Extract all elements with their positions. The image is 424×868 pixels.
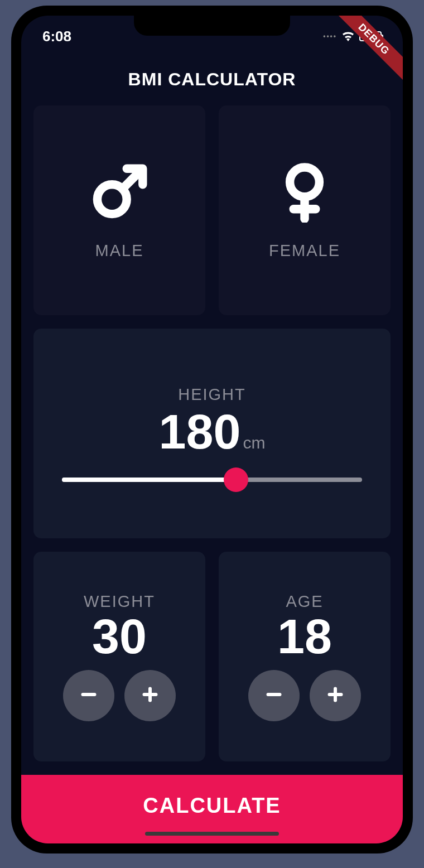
weight-buttons — [63, 670, 176, 721]
height-value-row: 180 cm — [159, 407, 266, 456]
weight-label: WEIGHT — [84, 592, 155, 611]
minus-icon — [264, 680, 284, 711]
status-right: •••• — [323, 28, 382, 45]
slider-fill — [62, 478, 236, 482]
height-slider[interactable] — [62, 478, 362, 482]
age-value: 18 — [277, 612, 332, 661]
gender-row: MALE FEMALE — [33, 105, 391, 315]
home-indicator[interactable] — [145, 832, 279, 836]
plus-icon — [325, 680, 345, 711]
gender-male-card[interactable]: MALE — [33, 105, 205, 315]
battery-icon — [359, 31, 382, 41]
weight-card: WEIGHT 30 — [33, 552, 205, 761]
gender-male-label: MALE — [95, 242, 144, 260]
page-title: BMI CALCULATOR — [21, 49, 403, 105]
svg-rect-10 — [334, 687, 337, 702]
stepper-row: WEIGHT 30 — [33, 552, 391, 761]
slider-thumb[interactable] — [224, 467, 248, 492]
minus-icon — [79, 680, 99, 711]
age-decrement-button[interactable] — [248, 670, 300, 721]
age-card: AGE 18 — [219, 552, 391, 761]
weight-value: 30 — [92, 612, 147, 661]
age-buttons — [248, 670, 361, 721]
weight-decrement-button[interactable] — [63, 670, 114, 721]
gender-female-card[interactable]: FEMALE — [219, 105, 391, 315]
status-time: 6:08 — [42, 28, 71, 45]
svg-line-1 — [123, 172, 139, 189]
svg-rect-5 — [81, 693, 97, 696]
gender-female-label: FEMALE — [269, 242, 340, 260]
height-value: 180 — [159, 407, 241, 456]
age-label: AGE — [286, 592, 323, 611]
cellular-dots-icon: •••• — [323, 32, 337, 40]
svg-rect-7 — [148, 687, 152, 702]
wifi-icon — [341, 28, 355, 45]
notch — [134, 16, 290, 36]
age-increment-button[interactable] — [310, 670, 361, 721]
mars-icon — [89, 161, 150, 225]
svg-rect-8 — [267, 693, 282, 696]
svg-point-2 — [290, 167, 320, 197]
weight-increment-button[interactable] — [124, 670, 176, 721]
screen: DEBUG 6:08 •••• BMI CALCULATOR — [21, 16, 403, 843]
height-card: HEIGHT 180 cm — [33, 329, 391, 538]
content: MALE FEMALE HEIGHT 180 — [21, 105, 403, 761]
phone-frame: DEBUG 6:08 •••• BMI CALCULATOR — [11, 6, 413, 853]
venus-icon — [274, 161, 335, 225]
height-unit: cm — [243, 433, 265, 452]
height-label: HEIGHT — [178, 385, 246, 404]
plus-icon — [140, 680, 160, 711]
